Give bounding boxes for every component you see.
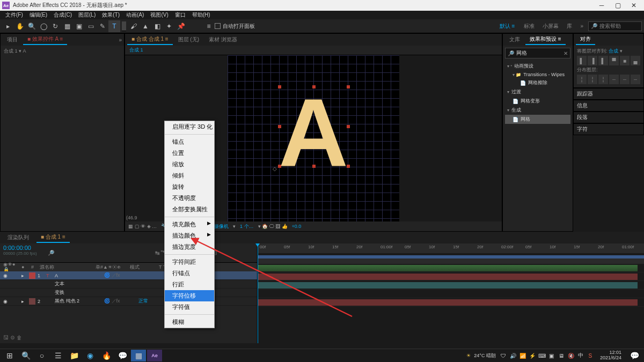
timeline-layer[interactable]: ◉▸1TA🌀 ／fx⊙ 无 (0, 271, 257, 280)
explorer-icon[interactable]: 📁 (67, 350, 82, 361)
weather-widget[interactable]: 24°C 晴朗 (474, 352, 496, 359)
timeline-search-icon[interactable]: 🔎 (48, 250, 54, 256)
dist-5[interactable]: ┄ (620, 75, 630, 84)
composition-canvas[interactable]: A ◇ (228, 55, 399, 221)
context-menu-item[interactable]: 行锚点 (165, 268, 214, 279)
pan-behind-tool[interactable]: ▣ (73, 20, 85, 32)
context-menu-item[interactable]: 描边宽度 (165, 241, 214, 253)
tab-effects-presets[interactable]: 效果和预设 ≡ (525, 34, 566, 45)
context-menu-item[interactable]: 字符位移 (165, 290, 214, 301)
align-top[interactable]: ▀ (609, 56, 619, 65)
menu-bar[interactable]: 文件(F)编辑(E)合成(C)图层(L)效果(T)动画(A)视图(V)窗口帮助(… (0, 11, 644, 19)
dist-2[interactable]: ╎ (588, 75, 597, 84)
dist-3[interactable]: ╎ (598, 75, 608, 84)
comp-breadcrumb[interactable]: 合成 1 (129, 47, 143, 53)
align-vcenter[interactable]: ■ (620, 56, 630, 65)
cortana-button[interactable]: ○ (34, 350, 49, 361)
tab-comp1-timeline[interactable]: ■ 合成 1 ≡ (36, 232, 70, 243)
camera-tool[interactable]: ▦ (61, 20, 73, 32)
align-hcenter[interactable]: ▐ (588, 56, 597, 65)
context-menu-item[interactable]: 全部变换属性 (165, 204, 214, 215)
menu-item[interactable]: 合成(C) (50, 11, 75, 19)
hand-tool[interactable]: ✋ (14, 20, 26, 32)
workspace-more[interactable]: » (577, 23, 587, 29)
align-left[interactable]: ▌ (577, 56, 587, 65)
ae-taskbar-icon[interactable]: Ae (147, 350, 162, 361)
timeline-layer[interactable]: 文本 (0, 280, 257, 289)
menu-item[interactable]: 效果(T) (99, 11, 123, 19)
context-menu-item[interactable]: 启用逐字 3D 化 (165, 121, 214, 132)
tab-align[interactable]: 对齐 (576, 34, 595, 45)
help-search[interactable]: 🔎 搜索帮助 (588, 21, 642, 31)
pen-tool[interactable]: ✎ (97, 20, 108, 32)
context-menu-item[interactable]: 填充颜色▶ (165, 219, 214, 230)
align-para-icon[interactable]: ≡ (203, 20, 215, 32)
view-dropdown[interactable]: 1 个… (240, 223, 254, 230)
tab-render-queue[interactable]: 渲染队列 (3, 233, 33, 242)
app-icon-1[interactable]: ◉ (83, 350, 98, 361)
workspace-default[interactable]: 默认 ≡ (495, 23, 519, 30)
maximize-button[interactable]: ▢ (610, 0, 626, 11)
roto-tool[interactable]: ✦ (163, 20, 175, 32)
timecode[interactable]: 0:00:00:00 (3, 245, 37, 251)
clock[interactable]: 12:01 2021/6/24 (598, 350, 624, 361)
info-panel[interactable]: 信息 (574, 100, 643, 111)
dist-4[interactable]: ┄ (609, 75, 619, 84)
app-icon-4[interactable]: ▦ (131, 350, 146, 361)
menu-item[interactable]: 窗口 (172, 11, 189, 19)
effects-tree[interactable]: ▾ *动画预设 ▾ 📁Transitions - Wipes 📄网格擦除 ▾过渡… (503, 61, 573, 125)
context-menu-item[interactable]: 描边颜色▶ (165, 230, 214, 241)
workspace-lib[interactable]: 库 (564, 23, 575, 30)
tracker-panel[interactable]: 跟踪器 (574, 88, 643, 99)
workspace-standard[interactable]: 标准 (521, 23, 538, 30)
orbit-tool[interactable]: ◯ (38, 20, 49, 32)
menu-item[interactable]: 文件(F) (2, 11, 26, 19)
context-menu-item[interactable]: 模糊 (165, 316, 214, 328)
paragraph-panel[interactable]: 段落 (574, 112, 643, 123)
type-tool[interactable]: T (108, 20, 120, 32)
dist-6[interactable]: ┄ (631, 75, 640, 84)
workspace-small[interactable]: 小屏幕 (539, 23, 562, 30)
timeline-layer[interactable]: ◉▸2黑色 纯色 2🌀 ／fx正常无⊙ 无 (0, 297, 257, 306)
text-layer-a[interactable]: A (279, 77, 348, 188)
tab-project[interactable]: 项目 (3, 35, 22, 45)
tab-footage[interactable]: 素材 浏览器 (204, 35, 241, 45)
tab-effect-controls[interactable]: ■ 效果控件 A ≡ (23, 34, 67, 45)
tab-composition[interactable]: ■ 合成 合成 1 ≡ (127, 34, 173, 45)
menu-item[interactable]: 图层(L) (75, 11, 99, 19)
exposure[interactable]: +0.0 (292, 224, 302, 229)
context-menu-item[interactable]: 字符间距 (165, 256, 214, 268)
search-button[interactable]: 🔍 (18, 350, 33, 361)
menu-item[interactable]: 动画(A) (123, 11, 147, 19)
zoom-tool[interactable]: 🔍 (26, 20, 38, 32)
minimize-button[interactable]: ─ (594, 0, 610, 11)
dist-1[interactable]: ╎ (577, 75, 587, 84)
tab-libraries[interactable]: 文库 (505, 35, 524, 45)
context-menu-item[interactable]: 缩放 (165, 159, 214, 170)
system-tray[interactable]: 🛡🔊📶⚡⌨▣🖥🔇中S (499, 351, 595, 360)
context-menu-item[interactable]: 位置 (165, 147, 214, 159)
align-right[interactable]: ▌ (598, 56, 608, 65)
close-button[interactable]: ✕ (626, 0, 642, 11)
brush-tool[interactable]: 🖌 (128, 20, 140, 32)
rotate-tool[interactable]: ↻ (49, 20, 61, 32)
effects-search[interactable]: 🔎 网格 ✕ (505, 48, 570, 58)
eraser-tool[interactable]: ◧ (151, 20, 163, 32)
context-menu-item[interactable]: 锚点 (165, 136, 214, 147)
autopanel-checkbox[interactable] (215, 23, 221, 29)
puppet-tool[interactable]: 📌 (175, 20, 187, 32)
context-menu-item[interactable]: 字符值 (165, 301, 214, 313)
menu-item[interactable]: 帮助(H) (189, 11, 214, 19)
project-sub[interactable]: 合成 1 ▾ A (4, 48, 26, 54)
shape-tool[interactable]: ▭ (85, 20, 97, 32)
context-menu-item[interactable]: 旋转 (165, 181, 214, 193)
selection-tool[interactable]: ▸ (2, 20, 14, 32)
app-icon-2[interactable]: 🔥 (99, 350, 114, 361)
notification-button[interactable]: 💬 (627, 350, 642, 361)
taskview-button[interactable]: ☰ (50, 350, 65, 361)
tab-layer[interactable]: 图层 (无) (174, 35, 203, 45)
menu-item[interactable]: 编辑(E) (26, 11, 50, 19)
start-button[interactable]: ⊞ (2, 350, 17, 361)
clone-tool[interactable]: ▲ (140, 20, 151, 32)
timeline-layer[interactable]: 变换⊙ 重置 (0, 289, 257, 297)
